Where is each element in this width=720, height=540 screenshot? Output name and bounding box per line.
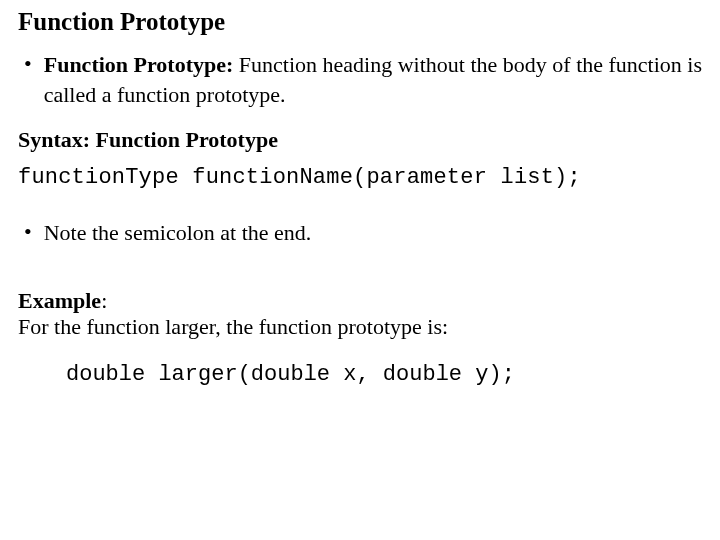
note-bullet: • Note the semicolon at the end. xyxy=(18,218,702,248)
bullet-icon: • xyxy=(18,50,44,109)
example-code: double larger(double x, double y); xyxy=(66,362,702,387)
definition-text: Function Prototype: Function heading wit… xyxy=(44,50,702,109)
example-intro: For the function larger, the function pr… xyxy=(18,314,702,340)
example-label-bold: Example xyxy=(18,288,101,313)
example-label-tail: : xyxy=(101,288,107,313)
note-text: Note the semicolon at the end. xyxy=(44,218,312,248)
syntax-code: functionType functionName(parameter list… xyxy=(18,165,702,190)
page-title: Function Prototype xyxy=(18,8,702,36)
example-label: Example: xyxy=(18,288,702,314)
definition-lead: Function Prototype: xyxy=(44,52,234,77)
definition-bullet: • Function Prototype: Function heading w… xyxy=(18,50,702,109)
syntax-heading: Syntax: Function Prototype xyxy=(18,127,702,153)
bullet-icon: • xyxy=(18,218,44,248)
